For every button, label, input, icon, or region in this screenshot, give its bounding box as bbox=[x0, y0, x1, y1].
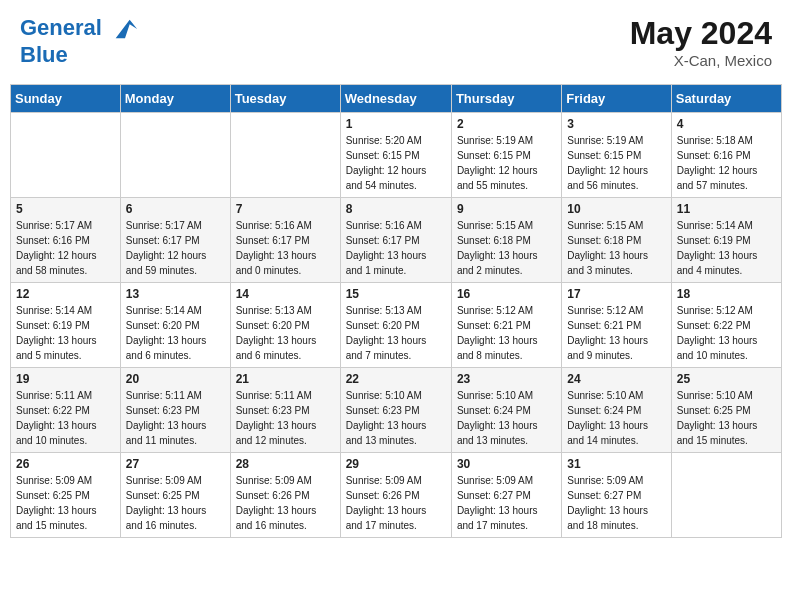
logo-text: General Blue bbox=[20, 15, 139, 67]
day-info: Sunrise: 5:10 AM Sunset: 6:24 PM Dayligh… bbox=[567, 388, 665, 448]
day-number: 19 bbox=[16, 372, 115, 386]
day-cell-31: 31Sunrise: 5:09 AM Sunset: 6:27 PM Dayli… bbox=[562, 453, 671, 538]
day-number: 3 bbox=[567, 117, 665, 131]
day-number: 20 bbox=[126, 372, 225, 386]
day-number: 27 bbox=[126, 457, 225, 471]
empty-cell bbox=[671, 453, 781, 538]
day-number: 31 bbox=[567, 457, 665, 471]
page-header: General Blue May 2024 X-Can, Mexico bbox=[10, 10, 782, 74]
day-cell-2: 2Sunrise: 5:19 AM Sunset: 6:15 PM Daylig… bbox=[451, 113, 561, 198]
day-info: Sunrise: 5:09 AM Sunset: 6:27 PM Dayligh… bbox=[567, 473, 665, 533]
weekday-monday: Monday bbox=[120, 85, 230, 113]
day-cell-11: 11Sunrise: 5:14 AM Sunset: 6:19 PM Dayli… bbox=[671, 198, 781, 283]
day-info: Sunrise: 5:17 AM Sunset: 6:17 PM Dayligh… bbox=[126, 218, 225, 278]
day-info: Sunrise: 5:09 AM Sunset: 6:25 PM Dayligh… bbox=[126, 473, 225, 533]
day-cell-14: 14Sunrise: 5:13 AM Sunset: 6:20 PM Dayli… bbox=[230, 283, 340, 368]
day-number: 11 bbox=[677, 202, 776, 216]
day-cell-30: 30Sunrise: 5:09 AM Sunset: 6:27 PM Dayli… bbox=[451, 453, 561, 538]
title-block: May 2024 X-Can, Mexico bbox=[630, 15, 772, 69]
day-info: Sunrise: 5:14 AM Sunset: 6:19 PM Dayligh… bbox=[677, 218, 776, 278]
weekday-friday: Friday bbox=[562, 85, 671, 113]
day-info: Sunrise: 5:16 AM Sunset: 6:17 PM Dayligh… bbox=[346, 218, 446, 278]
day-cell-6: 6Sunrise: 5:17 AM Sunset: 6:17 PM Daylig… bbox=[120, 198, 230, 283]
day-cell-23: 23Sunrise: 5:10 AM Sunset: 6:24 PM Dayli… bbox=[451, 368, 561, 453]
day-info: Sunrise: 5:11 AM Sunset: 6:22 PM Dayligh… bbox=[16, 388, 115, 448]
day-info: Sunrise: 5:10 AM Sunset: 6:23 PM Dayligh… bbox=[346, 388, 446, 448]
weekday-header-row: SundayMondayTuesdayWednesdayThursdayFrid… bbox=[11, 85, 782, 113]
day-info: Sunrise: 5:10 AM Sunset: 6:24 PM Dayligh… bbox=[457, 388, 556, 448]
day-cell-1: 1Sunrise: 5:20 AM Sunset: 6:15 PM Daylig… bbox=[340, 113, 451, 198]
day-cell-5: 5Sunrise: 5:17 AM Sunset: 6:16 PM Daylig… bbox=[11, 198, 121, 283]
day-info: Sunrise: 5:17 AM Sunset: 6:16 PM Dayligh… bbox=[16, 218, 115, 278]
day-number: 5 bbox=[16, 202, 115, 216]
day-cell-10: 10Sunrise: 5:15 AM Sunset: 6:18 PM Dayli… bbox=[562, 198, 671, 283]
day-number: 15 bbox=[346, 287, 446, 301]
location: X-Can, Mexico bbox=[630, 52, 772, 69]
day-cell-26: 26Sunrise: 5:09 AM Sunset: 6:25 PM Dayli… bbox=[11, 453, 121, 538]
day-info: Sunrise: 5:13 AM Sunset: 6:20 PM Dayligh… bbox=[346, 303, 446, 363]
day-info: Sunrise: 5:20 AM Sunset: 6:15 PM Dayligh… bbox=[346, 133, 446, 193]
day-number: 6 bbox=[126, 202, 225, 216]
day-info: Sunrise: 5:14 AM Sunset: 6:20 PM Dayligh… bbox=[126, 303, 225, 363]
day-number: 24 bbox=[567, 372, 665, 386]
day-cell-18: 18Sunrise: 5:12 AM Sunset: 6:22 PM Dayli… bbox=[671, 283, 781, 368]
weekday-wednesday: Wednesday bbox=[340, 85, 451, 113]
day-cell-16: 16Sunrise: 5:12 AM Sunset: 6:21 PM Dayli… bbox=[451, 283, 561, 368]
day-number: 7 bbox=[236, 202, 335, 216]
week-row-4: 19Sunrise: 5:11 AM Sunset: 6:22 PM Dayli… bbox=[11, 368, 782, 453]
day-info: Sunrise: 5:15 AM Sunset: 6:18 PM Dayligh… bbox=[567, 218, 665, 278]
day-cell-7: 7Sunrise: 5:16 AM Sunset: 6:17 PM Daylig… bbox=[230, 198, 340, 283]
month-title: May 2024 bbox=[630, 15, 772, 52]
day-info: Sunrise: 5:16 AM Sunset: 6:17 PM Dayligh… bbox=[236, 218, 335, 278]
day-cell-9: 9Sunrise: 5:15 AM Sunset: 6:18 PM Daylig… bbox=[451, 198, 561, 283]
day-info: Sunrise: 5:19 AM Sunset: 6:15 PM Dayligh… bbox=[567, 133, 665, 193]
week-row-2: 5Sunrise: 5:17 AM Sunset: 6:16 PM Daylig… bbox=[11, 198, 782, 283]
day-number: 29 bbox=[346, 457, 446, 471]
day-info: Sunrise: 5:11 AM Sunset: 6:23 PM Dayligh… bbox=[236, 388, 335, 448]
day-number: 17 bbox=[567, 287, 665, 301]
week-row-5: 26Sunrise: 5:09 AM Sunset: 6:25 PM Dayli… bbox=[11, 453, 782, 538]
day-info: Sunrise: 5:09 AM Sunset: 6:26 PM Dayligh… bbox=[236, 473, 335, 533]
day-number: 21 bbox=[236, 372, 335, 386]
day-number: 16 bbox=[457, 287, 556, 301]
day-cell-24: 24Sunrise: 5:10 AM Sunset: 6:24 PM Dayli… bbox=[562, 368, 671, 453]
day-number: 4 bbox=[677, 117, 776, 131]
day-cell-29: 29Sunrise: 5:09 AM Sunset: 6:26 PM Dayli… bbox=[340, 453, 451, 538]
day-info: Sunrise: 5:12 AM Sunset: 6:21 PM Dayligh… bbox=[457, 303, 556, 363]
day-number: 2 bbox=[457, 117, 556, 131]
day-cell-20: 20Sunrise: 5:11 AM Sunset: 6:23 PM Dayli… bbox=[120, 368, 230, 453]
day-number: 8 bbox=[346, 202, 446, 216]
weekday-sunday: Sunday bbox=[11, 85, 121, 113]
day-info: Sunrise: 5:12 AM Sunset: 6:22 PM Dayligh… bbox=[677, 303, 776, 363]
day-cell-17: 17Sunrise: 5:12 AM Sunset: 6:21 PM Dayli… bbox=[562, 283, 671, 368]
week-row-1: 1Sunrise: 5:20 AM Sunset: 6:15 PM Daylig… bbox=[11, 113, 782, 198]
empty-cell bbox=[230, 113, 340, 198]
day-info: Sunrise: 5:14 AM Sunset: 6:19 PM Dayligh… bbox=[16, 303, 115, 363]
day-info: Sunrise: 5:15 AM Sunset: 6:18 PM Dayligh… bbox=[457, 218, 556, 278]
weekday-tuesday: Tuesday bbox=[230, 85, 340, 113]
day-info: Sunrise: 5:19 AM Sunset: 6:15 PM Dayligh… bbox=[457, 133, 556, 193]
day-number: 13 bbox=[126, 287, 225, 301]
day-cell-27: 27Sunrise: 5:09 AM Sunset: 6:25 PM Dayli… bbox=[120, 453, 230, 538]
day-cell-8: 8Sunrise: 5:16 AM Sunset: 6:17 PM Daylig… bbox=[340, 198, 451, 283]
day-cell-25: 25Sunrise: 5:10 AM Sunset: 6:25 PM Dayli… bbox=[671, 368, 781, 453]
day-number: 30 bbox=[457, 457, 556, 471]
day-cell-15: 15Sunrise: 5:13 AM Sunset: 6:20 PM Dayli… bbox=[340, 283, 451, 368]
day-cell-3: 3Sunrise: 5:19 AM Sunset: 6:15 PM Daylig… bbox=[562, 113, 671, 198]
day-number: 25 bbox=[677, 372, 776, 386]
day-cell-4: 4Sunrise: 5:18 AM Sunset: 6:16 PM Daylig… bbox=[671, 113, 781, 198]
day-cell-12: 12Sunrise: 5:14 AM Sunset: 6:19 PM Dayli… bbox=[11, 283, 121, 368]
day-cell-19: 19Sunrise: 5:11 AM Sunset: 6:22 PM Dayli… bbox=[11, 368, 121, 453]
logo: General Blue bbox=[20, 15, 139, 67]
day-number: 14 bbox=[236, 287, 335, 301]
empty-cell bbox=[11, 113, 121, 198]
day-info: Sunrise: 5:09 AM Sunset: 6:27 PM Dayligh… bbox=[457, 473, 556, 533]
day-info: Sunrise: 5:18 AM Sunset: 6:16 PM Dayligh… bbox=[677, 133, 776, 193]
week-row-3: 12Sunrise: 5:14 AM Sunset: 6:19 PM Dayli… bbox=[11, 283, 782, 368]
day-number: 22 bbox=[346, 372, 446, 386]
day-cell-22: 22Sunrise: 5:10 AM Sunset: 6:23 PM Dayli… bbox=[340, 368, 451, 453]
day-number: 26 bbox=[16, 457, 115, 471]
day-info: Sunrise: 5:10 AM Sunset: 6:25 PM Dayligh… bbox=[677, 388, 776, 448]
day-number: 9 bbox=[457, 202, 556, 216]
calendar-table: SundayMondayTuesdayWednesdayThursdayFrid… bbox=[10, 84, 782, 538]
